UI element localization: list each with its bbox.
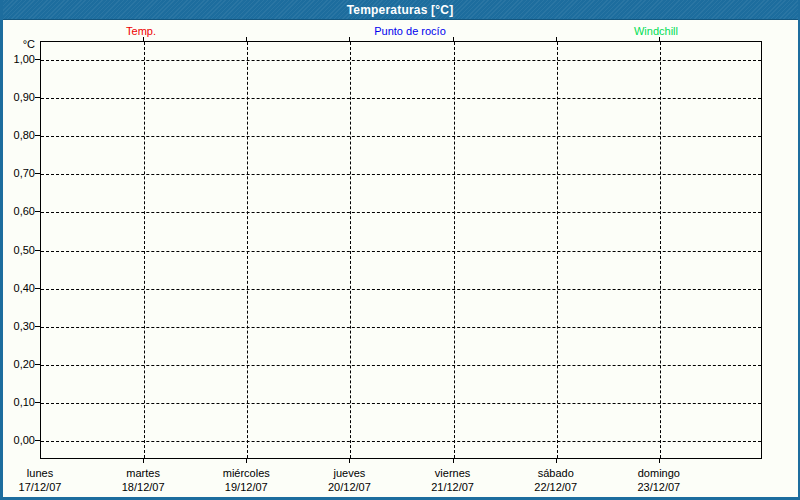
day-name: viernes	[398, 467, 508, 480]
x-axis-day-label: miércoles19/12/07	[191, 467, 301, 494]
y-tick-mark	[35, 364, 40, 365]
y-tick-mark	[35, 250, 40, 251]
y-tick-mark	[35, 402, 40, 403]
day-date: 17/12/07	[0, 481, 95, 494]
y-tick-label: 0,00	[0, 434, 35, 447]
x-tick-mark-top	[246, 37, 247, 41]
y-tick-label: 0,50	[0, 244, 35, 257]
legend-item-temp: Temp.	[126, 25, 156, 37]
day-name: martes	[88, 467, 198, 480]
x-tick-mark-top	[453, 37, 454, 41]
frame-left-border	[0, 0, 3, 500]
h-gridline	[41, 98, 761, 99]
h-gridline	[41, 289, 761, 290]
v-gridline	[557, 42, 558, 458]
h-gridline	[41, 327, 761, 328]
legend-item-dew-point: Punto de rocío	[374, 25, 446, 37]
day-date: 21/12/07	[398, 481, 508, 494]
y-tick-mark	[35, 440, 40, 441]
y-tick-mark	[35, 59, 40, 60]
x-tick-mark-top	[556, 37, 557, 41]
x-axis-day-label: viernes21/12/07	[398, 467, 508, 494]
y-tick-label: 0,40	[0, 282, 35, 295]
day-name: sábado	[501, 467, 611, 480]
y-tick-label: 0,80	[0, 129, 35, 142]
chart-title-bar: Temperaturas [°C]	[0, 0, 800, 20]
x-tick-mark-top	[659, 37, 660, 41]
y-tick-label: 0,70	[0, 167, 35, 180]
y-tick-mark	[35, 211, 40, 212]
h-gridline	[41, 441, 761, 442]
x-axis-day-label: lunes17/12/07	[0, 467, 95, 494]
y-tick-mark	[35, 173, 40, 174]
legend-item-windchill: Windchill	[634, 25, 678, 37]
v-gridline	[454, 42, 455, 458]
v-gridline	[247, 42, 248, 458]
x-tick-mark-bottom	[659, 459, 660, 463]
x-tick-mark-bottom	[556, 459, 557, 463]
h-gridline	[41, 136, 761, 137]
x-tick-mark-bottom	[143, 459, 144, 463]
y-tick-mark	[35, 97, 40, 98]
temperature-chart-window: Temperaturas [°C] Temp. Punto de rocío W…	[0, 0, 800, 500]
x-axis-day-label: domingo23/12/07	[604, 467, 714, 494]
x-axis-day-label: sábado22/12/07	[501, 467, 611, 494]
day-name: lunes	[0, 467, 95, 480]
day-name: domingo	[604, 467, 714, 480]
plot-area	[40, 41, 762, 459]
y-tick-label: 1,00	[0, 53, 35, 66]
day-date: 23/12/07	[604, 481, 714, 494]
y-axis-labels: °C 1,000,900,800,700,600,500,400,300,200…	[0, 41, 36, 459]
x-tick-mark-bottom	[246, 459, 247, 463]
y-tick-label: 0,30	[0, 320, 35, 333]
x-axis-day-label: martes18/12/07	[88, 467, 198, 494]
x-tick-mark-top	[143, 37, 144, 41]
y-tick-label: 0,60	[0, 205, 35, 218]
h-gridline	[41, 403, 761, 404]
v-gridline	[350, 42, 351, 458]
y-tick-label: 0,90	[0, 91, 35, 104]
h-gridline	[41, 60, 761, 61]
h-gridline	[41, 365, 761, 366]
day-name: miércoles	[191, 467, 301, 480]
day-date: 19/12/07	[191, 481, 301, 494]
day-date: 20/12/07	[294, 481, 404, 494]
y-tick-mark	[35, 135, 40, 136]
x-tick-mark-bottom	[349, 459, 350, 463]
y-tick-mark	[35, 326, 40, 327]
y-tick-label: 0,10	[0, 396, 35, 409]
y-axis-unit: °C	[0, 38, 35, 50]
h-gridline	[41, 212, 761, 213]
x-tick-mark-top	[349, 37, 350, 41]
y-tick-mark	[35, 288, 40, 289]
h-gridline	[41, 251, 761, 252]
x-axis-day-label: jueves20/12/07	[294, 467, 404, 494]
x-tick-mark-bottom	[453, 459, 454, 463]
v-gridline	[144, 42, 145, 458]
h-gridline	[41, 174, 761, 175]
y-tick-label: 0,20	[0, 358, 35, 371]
v-gridline	[660, 42, 661, 458]
day-date: 22/12/07	[501, 481, 611, 494]
day-date: 18/12/07	[88, 481, 198, 494]
day-name: jueves	[294, 467, 404, 480]
chart-title: Temperaturas [°C]	[347, 3, 454, 17]
